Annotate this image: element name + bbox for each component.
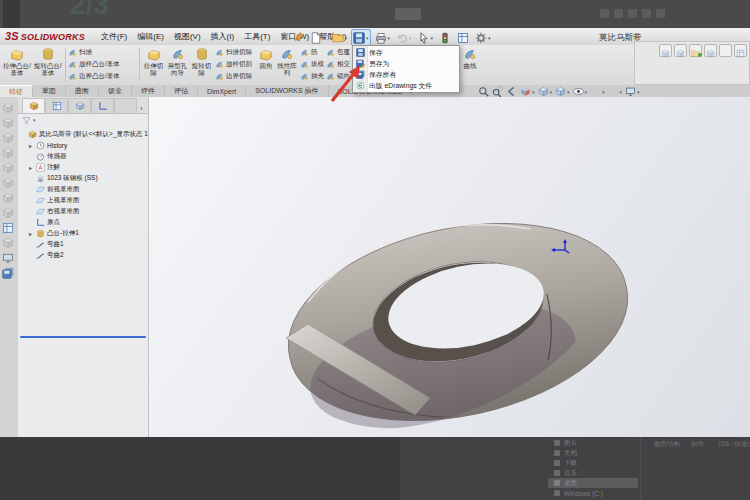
rollback-bar[interactable] — [20, 336, 146, 338]
ribbon-button-wrap[interactable]: 包覆 — [326, 47, 350, 58]
tab-dimxpertmanager[interactable] — [91, 98, 114, 113]
background-explorer-window: 图片 文档 下载 音乐 桌面 Windows (C:) 曲面结构 副件 156 … — [400, 437, 750, 500]
expand-arrow-icon[interactable]: ▸ — [29, 164, 34, 171]
previous-view-button[interactable] — [506, 86, 517, 97]
tab-sheet-metal[interactable]: 钣金 — [99, 85, 132, 97]
ribbon-group-cuts: 扫描切除 放样切割 边界切除 — [215, 47, 252, 82]
rebuild-button[interactable] — [437, 29, 453, 46]
ribbon-button-extruded-boss[interactable]: 拉伸凸台/基体 — [2, 46, 32, 83]
tree-item-flex1[interactable]: 弯曲1 — [18, 239, 148, 250]
menu-tools[interactable]: 工具(T) — [239, 31, 275, 42]
ribbon-button-shell[interactable]: 抽壳 — [300, 71, 324, 82]
view-tool-icon[interactable] — [2, 205, 14, 217]
tab-features[interactable]: 特征 — [0, 85, 33, 97]
ribbon-button-revolved-cut[interactable]: 旋转切除 — [190, 46, 213, 83]
view-tool-icon[interactable] — [2, 190, 14, 202]
tree-item-flex2[interactable]: 弯曲2 — [18, 250, 148, 261]
view-tool-icon[interactable] — [2, 130, 14, 142]
file-explorer-icon[interactable] — [689, 44, 702, 57]
display-tool-icon[interactable] — [2, 250, 14, 262]
ribbon-button-hole-wizard[interactable]: 异型孔向导 — [166, 46, 189, 83]
mobius-strip-model[interactable] — [148, 97, 750, 437]
edit-appearance-button[interactable]: ▾ — [590, 86, 605, 97]
chevron-down-icon: ▾ — [488, 35, 491, 41]
select-button[interactable]: ▾ — [416, 29, 436, 46]
zoom-fit-button[interactable] — [478, 86, 489, 97]
ribbon-button-lofted-cut[interactable]: 放样切割 — [215, 59, 252, 70]
display-style-button[interactable]: ▾ — [555, 86, 570, 97]
graphics-viewport[interactable] — [148, 97, 750, 437]
ribbon-button-extruded-cut[interactable]: 拉伸切除 — [142, 46, 165, 83]
tab-evaluate[interactable]: 评估 — [165, 85, 198, 97]
view-tool-icon[interactable] — [2, 145, 14, 157]
sw-resources-icon[interactable] — [659, 44, 672, 57]
tab-featuremanager[interactable] — [22, 98, 45, 113]
hide-show-items-button[interactable]: ▾ — [573, 86, 588, 97]
tab-configurationmanager[interactable] — [68, 98, 91, 113]
view-tool-icon[interactable] — [2, 160, 14, 172]
tab-surfaces[interactable]: 曲面 — [66, 85, 99, 97]
ribbon-button-draft[interactable]: 拔模 — [300, 59, 324, 70]
menu-insert[interactable]: 插入(I) — [206, 31, 240, 42]
menu-view[interactable]: 视图(V) — [169, 31, 206, 42]
expand-arrow-icon[interactable]: ▸ — [29, 230, 34, 237]
open-button[interactable]: ▾ — [330, 29, 350, 46]
ribbon-button-boundary-boss[interactable]: 边界凸台/基体 — [68, 71, 120, 82]
sketch-tool-icon[interactable] — [2, 220, 14, 232]
expand-arrow-icon[interactable]: ▸ — [29, 142, 34, 149]
view-palette-icon[interactable] — [704, 44, 717, 57]
copy-tool-icon[interactable] — [2, 265, 14, 277]
menu-edit[interactable]: 编辑(E) — [132, 31, 169, 42]
chevron-right-icon[interactable]: › — [140, 104, 143, 113]
tree-root-part[interactable]: 莫比乌斯带 (默认<<默认>_显示状态 1>) — [18, 129, 148, 140]
new-button[interactable]: ▾ — [308, 29, 328, 46]
ribbon-button-fillet[interactable]: 圆角 — [258, 46, 274, 83]
ribbon-button-lofted-boss[interactable]: 放样凸台/基体 — [68, 59, 120, 70]
view-settings-button[interactable]: ▾ — [625, 86, 640, 97]
tree-item-history[interactable]: ▸History — [18, 140, 148, 151]
tree-item-origin[interactable]: 原点 — [18, 217, 148, 228]
file-properties-button[interactable] — [455, 29, 471, 46]
tab-sketch[interactable]: 草图 — [33, 85, 66, 97]
tree-item-sensors[interactable]: 传感器 — [18, 151, 148, 162]
menu-file[interactable]: 文件(F) — [96, 31, 132, 42]
view-tool-icon[interactable] — [2, 100, 14, 112]
tab-propertymanager[interactable] — [45, 98, 68, 113]
ribbon-button-swept[interactable]: 扫描 — [68, 47, 120, 58]
appearances-icon[interactable] — [719, 44, 732, 57]
menu-item-save[interactable]: 保存 — [353, 47, 459, 58]
tree-item-material[interactable]: 1023 碳钢板 (SS) — [18, 173, 148, 184]
ribbon-button-linear-pattern[interactable]: 线性阵列 — [275, 46, 299, 83]
undo-button[interactable]: ▾ — [394, 29, 414, 46]
folder-icon — [554, 450, 560, 456]
tab-displaymanager[interactable] — [114, 98, 137, 113]
ribbon-button-swept-cut[interactable]: 扫描切除 — [215, 47, 252, 58]
tree-item-front-plane[interactable]: 前视基准面 — [18, 184, 148, 195]
ribbon-button-revolved-boss[interactable]: 旋转凸台/基体 — [33, 46, 63, 83]
section-view-button[interactable]: ▾ — [520, 86, 535, 97]
save-button[interactable]: ▾ — [351, 29, 371, 46]
tab-sw-addins[interactable]: SOLIDWORKS 插件 — [246, 85, 328, 97]
view-tool-icon[interactable] — [2, 115, 14, 127]
view-orientation-button[interactable]: ▾ — [538, 86, 553, 97]
pin-menu-icon[interactable] — [294, 31, 305, 42]
design-library-icon[interactable] — [674, 44, 687, 57]
ribbon-button-rib[interactable]: 筋 — [300, 47, 324, 58]
options-button[interactable]: ▾ — [473, 29, 493, 46]
ribbon-button-boundary-cut[interactable]: 边界切除 — [215, 71, 252, 82]
tree-item-right-plane[interactable]: 右视基准面 — [18, 206, 148, 217]
zoom-area-button[interactable] — [492, 86, 503, 97]
apply-scene-button[interactable]: ▾ — [608, 86, 623, 97]
tree-filter[interactable]: ▾ — [18, 114, 148, 126]
print-button[interactable]: ▾ — [373, 29, 393, 46]
ghost-icon — [642, 9, 651, 18]
view-tool-icon[interactable] — [2, 235, 14, 247]
custom-properties-icon[interactable] — [734, 44, 747, 57]
tree-item-boss-extrude1[interactable]: ▸凸台-拉伸1 — [18, 228, 148, 239]
tab-dimxpert[interactable]: DimXpert — [198, 85, 246, 97]
tree-item-top-plane[interactable]: 上视基准面 — [18, 195, 148, 206]
tree-item-annotations[interactable]: ▸注解 — [18, 162, 148, 173]
view-tool-icon[interactable] — [2, 175, 14, 187]
tab-weldments[interactable]: 焊件 — [132, 85, 165, 97]
ribbon-button-curves[interactable]: 曲线 — [460, 46, 480, 83]
